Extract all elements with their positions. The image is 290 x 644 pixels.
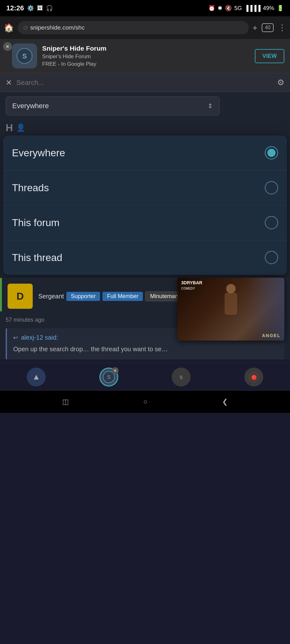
status-bar: 12:26 ⚙️ 🖼 🎧 ⏰ ✱ 🔇 5G ▐▐▐▐ 49% 🔋	[0, 0, 290, 16]
quote-text: Open up the search drop… the thread you …	[13, 344, 278, 354]
third-nav-icon: 🔴	[248, 371, 260, 383]
video-pip-inner: 3DRYBAR COMEDY ANGEL	[177, 278, 284, 341]
app-logo-icon: S	[16, 47, 33, 65]
video-logo: 3DRYBAR COMEDY	[181, 280, 202, 291]
url-text: snipershide.com/shc	[30, 24, 85, 31]
android-nav: ◫ ○ ❮	[0, 391, 290, 413]
search-settings-icon[interactable]: ⚙	[277, 78, 284, 87]
page-background-partial: H 👤	[0, 120, 290, 136]
search-scope-menu: Everywhere Threads This forum This threa…	[3, 136, 287, 275]
option-this-forum-label: This forum	[12, 217, 59, 229]
rank-badge: Sergeant	[38, 291, 64, 301]
video-pip[interactable]: 3DRYBAR COMEDY ANGEL	[177, 278, 284, 341]
option-threads[interactable]: Threads	[3, 170, 287, 205]
chevron-up-down-icon: ⇕	[208, 102, 213, 110]
mute-icon: 🔇	[225, 5, 232, 12]
alarm-icon: ⏰	[208, 5, 215, 12]
time-display: 12:26	[6, 4, 24, 12]
banner-text-block: Sniper's Hide Forum Sniper's Hide Forum …	[42, 45, 250, 67]
search-input[interactable]	[16, 79, 273, 87]
app-tab-icon-1[interactable]: ✕ S	[99, 368, 118, 386]
avatar: D	[8, 284, 33, 309]
dropdown-area: Everywhere ⇕	[0, 92, 290, 120]
option-this-thread-label: This thread	[12, 252, 62, 264]
radio-this-forum	[265, 216, 278, 229]
option-everywhere[interactable]: Everywhere	[3, 136, 287, 170]
svg-text:S: S	[180, 375, 183, 380]
add-tab-button[interactable]: +	[253, 23, 257, 33]
main-content: Everywhere ⇕ H 👤 Everywhere Threads This…	[0, 92, 290, 359]
search-bar: ✕ ⚙	[0, 73, 290, 92]
radio-everywhere-fill	[267, 149, 276, 157]
option-everywhere-label: Everywhere	[12, 147, 65, 159]
bluetooth-icon: ✱	[218, 5, 222, 12]
radio-this-thread	[265, 251, 278, 264]
url-bar[interactable]: ⚆ snipershide.com/shc	[18, 21, 249, 34]
secure-icon: ⚆	[23, 25, 28, 31]
post-timestamp: 57 minutes ago	[6, 317, 44, 323]
browser-chrome: 🏠 ⚆ snipershide.com/shc + 40 ⋮	[0, 16, 290, 39]
person-icon: 👤	[16, 123, 25, 132]
settings-icon: ⚙️	[27, 5, 34, 12]
option-threads-label: Threads	[12, 182, 49, 194]
tab-count-badge[interactable]: 40	[262, 23, 274, 32]
app-tab-icon-3[interactable]: 🔴	[244, 368, 263, 386]
android-home-button[interactable]: ○	[143, 398, 148, 406]
radio-everywhere	[265, 146, 278, 159]
quote-author-name: alexj-12 said:	[21, 334, 58, 341]
dropdown-selected-value: Everywhere	[12, 102, 49, 110]
signal-label: 5G	[234, 5, 242, 12]
page-title-partial: H	[6, 122, 13, 134]
video-brand: ANGEL	[262, 333, 281, 338]
reply-icon: ↩	[13, 334, 18, 341]
battery-label: 49%	[263, 5, 274, 12]
search-close-button[interactable]: ✕	[6, 78, 12, 87]
battery-icon: 🔋	[277, 5, 284, 12]
browser-actions: + 40 ⋮	[253, 23, 286, 33]
menu-button[interactable]: ⋮	[278, 23, 286, 33]
bottom-nav: ▲ ✕ S S 🔴	[0, 363, 290, 391]
svg-text:S: S	[107, 375, 110, 380]
banner-view-button[interactable]: VIEW	[255, 49, 284, 63]
app-banner: ✕ S Sniper's Hide Forum Sniper's Hide Fo…	[0, 39, 290, 73]
gallery-icon: 🖼	[37, 5, 43, 12]
close-badge[interactable]: ✕	[112, 367, 119, 374]
option-this-thread[interactable]: This thread	[3, 240, 287, 275]
banner-title: Sniper's Hide Forum	[42, 45, 250, 52]
android-recents-button[interactable]: ◫	[62, 398, 69, 406]
radio-threads	[265, 181, 278, 194]
badge-full-member: Full Member	[103, 292, 143, 301]
search-scope-dropdown[interactable]: Everywhere ⇕	[6, 97, 220, 115]
banner-subtitle1: Sniper's Hide Forum	[42, 53, 250, 60]
svg-text:S: S	[22, 52, 27, 60]
app-tab-icon-2[interactable]: S	[172, 368, 191, 386]
badge-supporter-1: Supporter	[66, 292, 100, 301]
home-button[interactable]: 🏠	[4, 23, 14, 33]
banner-close-button[interactable]: ✕	[3, 42, 12, 51]
banner-app-icon: S	[12, 43, 37, 69]
signal-bars-icon: ▐▐▐▐	[244, 5, 260, 12]
scroll-up-button[interactable]: ▲	[27, 368, 46, 386]
android-back-button[interactable]: ❮	[222, 398, 228, 406]
second-nav-icon: S	[175, 371, 187, 383]
svg-text:🔴: 🔴	[251, 375, 257, 380]
banner-subtitle2: FREE - In Google Play	[42, 61, 250, 67]
headphones-icon: 🎧	[46, 5, 53, 12]
option-this-forum[interactable]: This forum	[3, 205, 287, 240]
